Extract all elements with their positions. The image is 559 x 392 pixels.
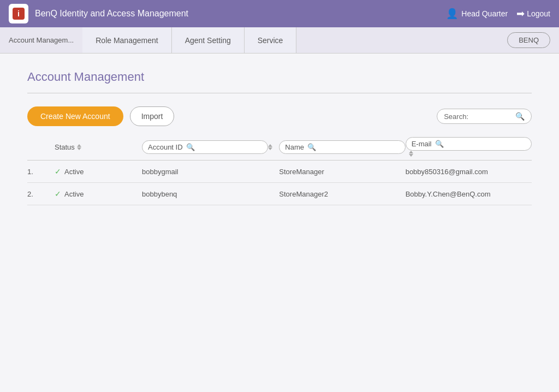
col-account-header: Account ID 🔍: [142, 140, 268, 154]
logout-label: Logout: [527, 9, 550, 18]
account-sort-down-icon[interactable]: [268, 147, 272, 150]
status-check-icon: ✓: [55, 167, 61, 176]
row-num: 2.: [27, 190, 55, 198]
create-new-account-button[interactable]: Create New Account: [27, 106, 123, 126]
row-account-id: bobbygmail: [142, 168, 268, 176]
app-title: BenQ Identity and Access Management: [35, 9, 446, 19]
email-filter[interactable]: E-mail 🔍: [406, 137, 532, 151]
search-box: Search: 🔍: [437, 109, 532, 124]
name-label: Name: [285, 143, 304, 151]
company-button[interactable]: BENQ: [507, 32, 550, 48]
row-num: 1.: [27, 168, 55, 176]
tab-agent-setting[interactable]: Agent Setting: [172, 27, 245, 53]
status-text: Active: [64, 168, 84, 176]
search-input[interactable]: [472, 112, 515, 121]
email-sort-up-icon[interactable]: [409, 151, 413, 153]
account-id-label: Account ID: [148, 143, 183, 151]
status-text: Active: [64, 190, 84, 198]
account-sort-up-icon[interactable]: [268, 144, 272, 147]
logo-icon: i: [13, 8, 25, 20]
status-sort-arrows[interactable]: [77, 144, 81, 150]
col-name-header: Name 🔍: [279, 140, 405, 154]
navbar: Account Managem... Role Management Agent…: [0, 27, 559, 54]
toolbar: Create New Account Import Search: 🔍: [27, 106, 532, 126]
table-row[interactable]: 1. ✓ Active bobbygmail StoreManager bobb…: [27, 161, 532, 183]
header: i BenQ Identity and Access Management 👤 …: [0, 0, 559, 27]
table-row[interactable]: 2. ✓ Active bobbybenq StoreManager2 Bobb…: [27, 183, 532, 205]
breadcrumb: Account Managem...: [0, 36, 82, 44]
table-header: Status Account ID 🔍: [27, 137, 532, 161]
import-button[interactable]: Import: [130, 106, 175, 126]
table-body: 1. ✓ Active bobbygmail StoreManager bobb…: [27, 161, 532, 205]
account-table: Status Account ID 🔍: [27, 137, 532, 205]
name-search-icon[interactable]: 🔍: [307, 143, 316, 151]
row-name: StoreManager: [279, 168, 405, 176]
row-email: Bobby.Y.Chen@BenQ.com: [406, 190, 532, 198]
email-label: E-mail: [412, 140, 432, 148]
account-sort-arrows[interactable]: [268, 144, 272, 150]
status-check-icon: ✓: [55, 189, 61, 198]
logout-button[interactable]: ➡ Logout: [516, 8, 550, 20]
header-user: 👤 Head Quarter: [446, 8, 508, 20]
status-column-label: Status: [55, 143, 75, 151]
page-title: Account Management: [27, 70, 532, 84]
main-content: Account Management Create New Account Im…: [0, 54, 559, 392]
logout-icon: ➡: [516, 8, 525, 20]
account-id-filter[interactable]: Account ID 🔍: [142, 140, 268, 154]
account-id-search-icon[interactable]: 🔍: [186, 143, 195, 151]
email-sort-arrows[interactable]: [409, 151, 532, 157]
user-icon: 👤: [446, 8, 458, 20]
user-label: Head Quarter: [461, 9, 508, 18]
email-search-icon[interactable]: 🔍: [435, 140, 444, 148]
col-email-header: E-mail 🔍: [406, 137, 532, 157]
nav-tabs: Role Management Agent Setting Service: [82, 27, 296, 53]
col-status-header: Status: [55, 143, 142, 151]
tab-service[interactable]: Service: [245, 27, 297, 53]
name-filter[interactable]: Name 🔍: [279, 140, 405, 154]
title-divider: [27, 93, 532, 93]
status-sort-down-icon[interactable]: [77, 147, 81, 150]
row-account-id: bobbybenq: [142, 190, 268, 198]
status-sort-up-icon[interactable]: [77, 144, 81, 147]
search-label: Search:: [444, 112, 468, 121]
row-status: ✓ Active: [55, 167, 142, 176]
logo: i: [9, 4, 28, 23]
row-email: bobby850316@gmail.com: [406, 168, 532, 176]
tab-role-management[interactable]: Role Management: [82, 27, 171, 53]
row-name: StoreManager2: [279, 190, 405, 198]
row-status: ✓ Active: [55, 189, 142, 198]
email-sort-down-icon[interactable]: [409, 154, 413, 157]
search-icon[interactable]: 🔍: [515, 112, 525, 121]
